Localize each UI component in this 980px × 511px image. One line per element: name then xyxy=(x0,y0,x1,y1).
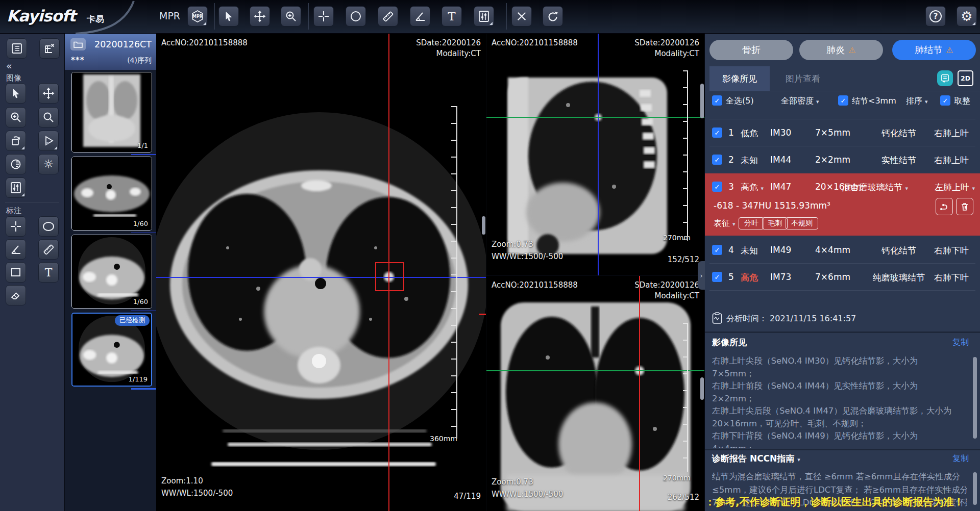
ellipse-tool-button[interactable] xyxy=(346,6,366,27)
axial-scrollbar-thumb[interactable] xyxy=(482,216,485,235)
annot-rectangle-button[interactable] xyxy=(6,262,26,283)
nodule-row-1[interactable]: ✓ 1 低危 IM30 7×5mm 钙化结节 右肺上叶 xyxy=(705,119,980,146)
nodule-checkbox[interactable]: ✓ xyxy=(712,127,722,138)
axial-viewport[interactable]: 360mm AccNO:202101158888 SDate:20200126 … xyxy=(156,34,486,511)
help-button[interactable]: ? xyxy=(925,6,946,27)
tab-imaging-findings[interactable]: 影像所见 xyxy=(709,66,770,91)
ruler-tool-button[interactable] xyxy=(378,6,398,27)
folder-button[interactable] xyxy=(70,38,86,50)
sagittal-crosshair-vertical[interactable] xyxy=(598,34,599,275)
collapse-panel-toggle[interactable]: « xyxy=(6,60,12,71)
nodule-image-index: IM30 xyxy=(770,127,791,138)
delete-annotation-button[interactable] xyxy=(511,6,532,27)
window-level-button[interactable] xyxy=(474,6,494,27)
axial-crosshair-horizontal[interactable] xyxy=(156,277,486,278)
round-checkbox[interactable]: ✓ xyxy=(940,95,950,106)
ai-analysis-panel: 骨折 肺炎 ⚠ 肺结节 ⚠ 影像所见 图片查看 2D ✓ 全选(5) 全部密度 … xyxy=(705,34,980,511)
trait-chip[interactable]: 不规则 xyxy=(786,217,818,229)
check-icon: ✓ xyxy=(715,129,720,137)
module-tab-pneumonia[interactable]: 肺炎 ⚠ xyxy=(799,40,883,60)
rail-window-level-button[interactable] xyxy=(6,177,26,198)
measure-path-button[interactable] xyxy=(936,198,953,215)
angle-icon xyxy=(414,10,426,22)
small-nodule-checkbox[interactable]: ✓ xyxy=(838,95,848,106)
sagittal-viewport[interactable]: 270mm AccNO:202101158888 SDate:20200126 … xyxy=(486,34,704,275)
sagittal-reference-horizontal[interactable] xyxy=(486,117,704,118)
ruler-icon xyxy=(381,10,395,23)
nodule-number: 1 xyxy=(728,127,734,138)
rail-pan-button[interactable] xyxy=(38,83,59,104)
nodule-checkbox[interactable]: ✓ xyxy=(712,272,722,282)
crosshair-icon xyxy=(317,10,330,22)
tab-image-view[interactable]: 图片查看 xyxy=(773,66,833,91)
annot-ellipse-button[interactable] xyxy=(38,216,59,237)
analysis-time: 分析时间： 2021/11/15 16:41:57 xyxy=(726,314,856,324)
cursor-tool-button[interactable] xyxy=(218,6,239,27)
nodule-row-5[interactable]: ✓ 5 高危 IM73 7×6mm 纯磨玻璃结节 右肺下叶 xyxy=(705,264,980,290)
findings-scrollbar-thumb[interactable] xyxy=(973,357,977,439)
rail-brightness-button[interactable]: ☼ xyxy=(38,154,59,174)
window-level-icon xyxy=(477,10,491,23)
annot-crosshair-button[interactable] xyxy=(6,216,26,237)
series-header[interactable]: 20200126CT *** (4)序列 xyxy=(65,34,156,70)
coronal-viewport[interactable]: 270mm AccNO:202101158888 SDate:20200126 … xyxy=(486,276,704,511)
annot-text-button[interactable]: T xyxy=(38,262,59,283)
layout-close-button[interactable] xyxy=(39,38,60,59)
report-scrollbar-thumb[interactable] xyxy=(973,472,977,505)
rail-cursor-button[interactable] xyxy=(6,83,26,104)
nodule-checkbox[interactable]: ✓ xyxy=(712,245,722,255)
nodule-checkbox[interactable]: ✓ xyxy=(712,155,722,165)
coronal-crosshair-vertical[interactable] xyxy=(639,276,640,511)
crosshair-tool-button[interactable] xyxy=(313,6,334,27)
settings-button[interactable]: ⚙ xyxy=(957,6,977,27)
sort-dropdown[interactable]: 排序 ▾ xyxy=(906,96,928,107)
nodule-row-4[interactable]: ✓ 4 未知 IM49 4×4mm 钙化结节 右肺下叶 xyxy=(705,237,980,263)
twod-view-button[interactable]: 2D xyxy=(958,70,973,86)
rail-rotate-button[interactable] xyxy=(6,131,26,151)
annot-angle-button[interactable] xyxy=(6,239,26,260)
traits-dropdown[interactable]: 表征 ▾ xyxy=(714,218,736,229)
nodule-location-dropdown[interactable]: 左肺上叶 ▾ xyxy=(935,182,975,193)
nodule-type-dropdown[interactable]: 混合磨玻璃结节 ▾ xyxy=(842,182,908,193)
select-all-checkbox[interactable]: ✓ xyxy=(712,95,722,106)
coronal-scrollbar-thumb[interactable] xyxy=(700,377,704,400)
nodule-roi-box[interactable] xyxy=(375,262,404,291)
density-filter-dropdown[interactable]: 全部密度 ▾ xyxy=(781,96,819,107)
sagittal-scrollbar-thumb[interactable] xyxy=(700,84,704,118)
annot-ruler-button[interactable] xyxy=(38,239,59,260)
rail-magnify-button[interactable] xyxy=(38,107,59,127)
angle-tool-button[interactable] xyxy=(410,6,430,27)
chevron-down-icon[interactable]: ▾ xyxy=(797,456,800,463)
nodule-row-2[interactable]: ✓ 2 未知 IM44 2×2mm 实性结节 右肺上叶 xyxy=(705,146,980,173)
report-chat-button[interactable] xyxy=(937,70,953,86)
annot-eraser-button[interactable] xyxy=(6,285,26,305)
coronal-reference-horizontal[interactable] xyxy=(486,370,704,371)
trait-chip[interactable]: 分叶 xyxy=(739,217,764,229)
module-tab-fracture[interactable]: 骨折 xyxy=(709,40,793,60)
panel-collapse-handle[interactable]: › xyxy=(698,261,705,290)
thumbnail-series-3[interactable]: 1/60 xyxy=(71,235,152,309)
nodule-row-3-selected[interactable]: ✓ 3 高危 ▾ IM47 20×16mm 混合磨玻璃结节 ▾ 左肺上叶 ▾ -… xyxy=(705,173,980,236)
rail-zoom-in-button[interactable] xyxy=(6,107,26,127)
report-copy-button[interactable]: 复制 xyxy=(952,453,969,464)
rail-cine-play-button[interactable] xyxy=(38,131,59,151)
rail-invert-button[interactable] xyxy=(6,154,26,174)
pan-tool-button[interactable] xyxy=(250,6,270,27)
module-tab-lung-nodule-active[interactable]: 肺结节 ⚠ xyxy=(892,40,976,60)
nodule-checkbox[interactable]: ✓ xyxy=(712,182,722,192)
reset-rotate-button[interactable] xyxy=(543,6,563,27)
trait-chip[interactable]: 毛刺 xyxy=(762,217,788,229)
zoom-tool-button[interactable] xyxy=(281,6,301,27)
thumbnail-series-4-selected[interactable]: 已经检测 1/119 xyxy=(71,313,152,387)
mpr-layout-button[interactable]: MPR xyxy=(187,6,208,27)
trait-label: 不规则 xyxy=(786,217,818,229)
series-list-button[interactable] xyxy=(7,38,27,59)
findings-copy-button[interactable]: 复制 xyxy=(952,337,969,348)
annotation-section-label: 标注 xyxy=(6,206,21,216)
text-tool-button[interactable]: T xyxy=(442,6,462,27)
analysis-time-label: 分析时间： xyxy=(726,314,767,323)
thumbnail-series-2[interactable]: 1/60 xyxy=(71,157,152,231)
thumbnail-scout[interactable]: 1/1 xyxy=(71,72,152,152)
nodule-grade-dropdown[interactable]: 高危 ▾ xyxy=(741,182,764,193)
delete-nodule-button[interactable] xyxy=(956,198,973,215)
